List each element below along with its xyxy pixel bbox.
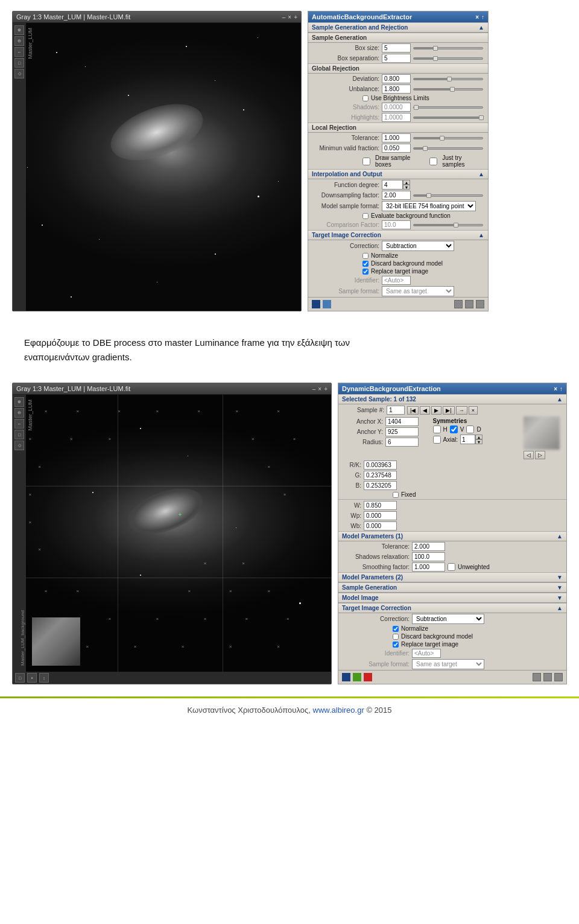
bottom-tool-2[interactable]: × <box>27 673 37 683</box>
sym-v-checkbox[interactable] <box>450 425 458 433</box>
tolerance-input[interactable]: 1.000 <box>382 133 411 142</box>
nav-first[interactable]: |◀ <box>407 406 419 415</box>
tool2-btn-5[interactable]: ◇ <box>14 441 24 450</box>
axial-input[interactable] <box>460 435 475 444</box>
shadows-relax-input[interactable]: 100.0 <box>412 552 445 561</box>
wb-input[interactable]: 0.000 <box>364 521 397 531</box>
tool2-btn-4[interactable]: □ <box>14 430 24 439</box>
dbe-sample-format-select[interactable]: Same as target <box>412 659 484 669</box>
rk-input[interactable]: 0.003963 <box>364 460 397 470</box>
wp-input[interactable]: 0.000 <box>364 511 397 520</box>
mp1-collapse[interactable]: ▲ <box>557 533 563 540</box>
section-io-collapse[interactable]: ▲ <box>478 171 484 177</box>
dbe-icon-3[interactable] <box>554 673 563 681</box>
unbalance-input[interactable]: 1.800 <box>382 84 411 94</box>
min-valid-slider[interactable] <box>413 147 483 150</box>
axial-checkbox[interactable] <box>433 436 441 444</box>
sample-format-select[interactable]: Same as target <box>382 286 454 296</box>
anchor-y-input[interactable]: 925 <box>385 427 419 436</box>
abe-icon-2[interactable] <box>465 300 473 308</box>
dbe-discard-bg-checkbox[interactable] <box>393 634 399 640</box>
mp2-collapse[interactable]: ▼ <box>557 574 563 581</box>
preview-btn-2[interactable]: ▷ <box>535 451 545 459</box>
abe-minimize-icon[interactable]: × <box>475 14 479 21</box>
evaluate-bg-checkbox[interactable] <box>362 213 369 219</box>
anchor-x-input[interactable]: 1404 <box>385 417 419 426</box>
nav-add[interactable]: → <box>456 406 467 415</box>
tool2-btn-1[interactable]: ⊕ <box>14 397 24 407</box>
highlights-slider[interactable] <box>413 116 483 119</box>
sym-d-checkbox[interactable] <box>466 425 474 433</box>
maximize-icon[interactable]: × <box>288 14 291 21</box>
brightness-limits-checkbox[interactable] <box>362 95 369 101</box>
radius-input[interactable]: 6 <box>385 438 419 447</box>
dbe-normalize-checkbox[interactable] <box>393 626 399 632</box>
abe-icon-3[interactable] <box>476 300 484 308</box>
box-sep-input[interactable]: 5 <box>382 54 411 63</box>
identifier-input[interactable]: <Auto> <box>382 276 411 285</box>
spin-up[interactable]: ▲ <box>403 180 410 185</box>
dbe-correction-select[interactable]: Subtraction <box>412 614 484 624</box>
comparison-slider[interactable] <box>413 224 483 226</box>
function-degree-input[interactable] <box>382 180 403 190</box>
dbe-expand-icon[interactable]: ↑ <box>560 386 563 392</box>
downsampling-input[interactable]: 2.00 <box>382 191 411 200</box>
deviation-slider[interactable] <box>413 78 483 80</box>
g-input[interactable]: 0.237548 <box>364 471 397 480</box>
box-size-slider[interactable] <box>413 47 483 49</box>
unweighted-checkbox[interactable] <box>448 563 455 571</box>
window-controls-2[interactable]: – × + <box>312 386 327 392</box>
dbe-tolerance-input[interactable]: 2.000 <box>412 542 445 551</box>
box-size-input[interactable]: 5 <box>382 43 411 53</box>
maximize-icon-2[interactable]: × <box>318 386 321 392</box>
bottom-tool-3[interactable]: ↕ <box>39 673 49 683</box>
section-tic-collapse[interactable]: ▲ <box>478 232 484 238</box>
dbe-replace-target-checkbox[interactable] <box>393 642 399 648</box>
tool-btn-4[interactable]: □ <box>14 58 24 68</box>
footer-website[interactable]: www.albireo.gr <box>313 706 364 715</box>
replace-target-checkbox[interactable] <box>362 269 369 275</box>
shadows-slider[interactable] <box>413 106 483 109</box>
smoothing-input[interactable]: 1.000 <box>412 562 445 572</box>
window-controls-1[interactable]: – × + <box>282 14 297 21</box>
highlights-input[interactable]: 1.0000 <box>382 113 411 122</box>
abe-controls[interactable]: × ↑ <box>475 14 484 21</box>
tool-btn-3[interactable]: ↔ <box>14 47 24 57</box>
tool-btn-1[interactable]: ⊕ <box>14 25 24 35</box>
mi-collapse[interactable]: ▼ <box>557 594 563 601</box>
tool2-btn-3[interactable]: ↔ <box>14 419 24 429</box>
nav-del[interactable]: × <box>469 406 478 415</box>
fixed-checkbox[interactable] <box>393 492 399 498</box>
spin-down[interactable]: ▼ <box>403 185 410 190</box>
b-input[interactable]: 0.253205 <box>364 481 397 490</box>
sym-h-checkbox[interactable] <box>433 425 441 433</box>
function-degree-spinbox[interactable]: ▲ ▼ <box>382 180 410 190</box>
normalize-checkbox[interactable] <box>362 253 369 259</box>
downsampling-slider[interactable] <box>413 194 483 197</box>
abe-expand-icon[interactable]: ↑ <box>481 14 484 21</box>
dbe-close-icon[interactable]: × <box>554 386 557 392</box>
axial-spinbox[interactable]: ▲ ▼ <box>460 435 482 444</box>
shadows-input[interactable]: 0.0000 <box>382 103 411 112</box>
sample-num-input[interactable]: 1 <box>387 406 405 415</box>
minimize-icon-2[interactable]: – <box>312 386 316 392</box>
close-icon[interactable]: + <box>294 14 297 21</box>
box-sep-slider[interactable] <box>413 57 483 60</box>
sg-collapse[interactable]: ▼ <box>557 584 563 591</box>
tool-btn-2[interactable]: ⊖ <box>14 36 24 46</box>
dbe-tic-collapse[interactable]: ▲ <box>557 605 563 611</box>
correction-select[interactable]: Subtraction <box>382 241 454 251</box>
just-try-samples-checkbox[interactable] <box>429 158 437 165</box>
minimize-icon[interactable]: – <box>282 14 286 21</box>
discard-bg-checkbox[interactable] <box>362 261 369 267</box>
dbe-controls[interactable]: × ↑ <box>554 386 563 392</box>
tolerance-slider[interactable] <box>413 137 483 139</box>
dbe-identifier-input[interactable]: <Auto> <box>412 649 441 658</box>
dbe-icon-1[interactable] <box>533 673 541 681</box>
abe-icon-1[interactable] <box>454 300 463 308</box>
dbe-stop-icon[interactable] <box>364 673 372 681</box>
model-sample-select[interactable]: 32-bit IEEE 754 floating point <box>382 201 476 211</box>
unbalance-slider[interactable] <box>413 88 483 91</box>
close-icon-2[interactable]: + <box>324 386 327 392</box>
axial-spin-down[interactable]: ▼ <box>475 439 482 444</box>
